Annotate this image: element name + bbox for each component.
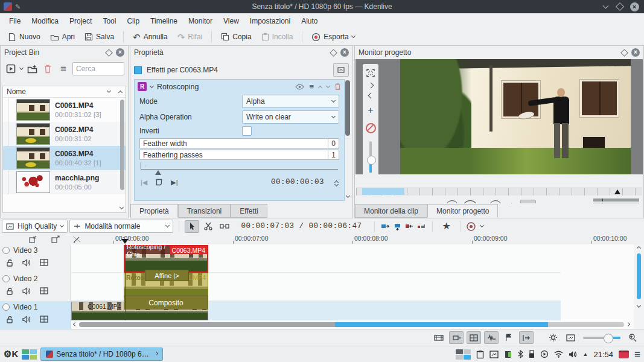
lock-track-icon[interactable] <box>6 259 14 267</box>
hide-track-icon[interactable] <box>40 259 48 266</box>
hide-track-icon[interactable] <box>40 287 48 294</box>
usb-device-icon[interactable] <box>529 350 535 358</box>
menu-tool[interactable]: Tool <box>97 14 121 28</box>
scroll-up-icon[interactable] <box>118 91 123 95</box>
scroll-down-icon[interactable] <box>120 205 124 209</box>
collapse-effect-icon[interactable] <box>150 83 154 87</box>
clip-v3-c0063[interactable]: Rotoscoping / Chia C0063.MP4 <box>124 245 208 273</box>
track-target-icon[interactable] <box>2 247 10 254</box>
hide-track-icon[interactable] <box>40 316 48 323</box>
fx-scroll-down-icon[interactable] <box>346 194 350 198</box>
mode-select[interactable]: Alpha <box>242 95 339 108</box>
tab-effetti[interactable]: Effetti <box>231 204 267 218</box>
screenshot-icon[interactable] <box>489 351 499 358</box>
record-button[interactable] <box>466 221 476 232</box>
mute-track-icon[interactable] <box>22 316 31 323</box>
activities-icon[interactable] <box>22 349 37 360</box>
zoom-in-icon[interactable] <box>626 331 640 344</box>
lift-zone-icon[interactable] <box>416 221 427 231</box>
menu-file[interactable]: File <box>4 14 26 28</box>
add-clip-button[interactable] <box>4 62 18 75</box>
bin-item-c0061[interactable]: C0061.MP4 00:00:31:02 [3] <box>3 98 126 122</box>
alpha-operation-select[interactable]: Write on clear <box>242 110 339 124</box>
bin-item-c0063[interactable]: C0063.MP4 00:00:40:32 [1] <box>3 146 126 170</box>
show-keyframes-button[interactable] <box>333 63 349 77</box>
sort-dropdown-icon[interactable] <box>107 89 111 93</box>
menu-monitor[interactable]: Monitor <box>183 14 218 28</box>
feather-width-bar[interactable]: Feather width <box>139 138 328 148</box>
tab-transizioni[interactable]: Transizioni <box>178 204 231 218</box>
tray-expander-icon[interactable]: ▲ <box>583 352 588 357</box>
feathering-passes-bar[interactable]: Feathering passes <box>139 150 328 160</box>
tab-clip-monitor[interactable]: Monitor della clip <box>355 204 427 218</box>
redo-button[interactable]: ↷ Rifai <box>173 31 207 43</box>
timecode-spinner[interactable] <box>335 179 338 186</box>
transition-affine[interactable]: Affine |> <box>145 270 189 281</box>
menu-timeline[interactable]: Timeline <box>145 14 183 28</box>
mixed-audio-video-icon[interactable] <box>432 331 446 344</box>
menu-modifica[interactable]: Modifica <box>26 14 64 28</box>
delete-clip-button[interactable] <box>41 62 54 75</box>
tab-project-monitor[interactable]: Monitor progetto <box>427 204 498 218</box>
timeline-position-timecode[interactable]: 00:00:07:03 / 00:00:06:47 <box>241 222 362 230</box>
previous-keyframe-button[interactable]: |◀ <box>141 179 147 186</box>
keyframe-position-marker[interactable] <box>155 170 161 175</box>
volume-knob[interactable] <box>367 156 376 165</box>
move-effect-down-icon[interactable] <box>326 83 330 87</box>
undo-button[interactable]: ↶ Annulla <box>129 31 172 43</box>
desktop-pager[interactable] <box>456 349 471 360</box>
razor-tool-button[interactable] <box>201 220 215 233</box>
float-panel-icon[interactable] <box>105 49 113 57</box>
favorite-effects-icon[interactable]: ★ <box>442 221 450 231</box>
bin-search-input[interactable] <box>72 62 124 75</box>
scroll-down-icon[interactable] <box>637 303 641 308</box>
no-overlay-icon[interactable] <box>366 123 376 133</box>
lock-track-icon[interactable] <box>6 316 14 323</box>
create-folder-button[interactable] <box>25 62 39 75</box>
update-notifier-icon[interactable] <box>619 351 629 358</box>
bin-item-macchia[interactable]: macchia.png 00:00:05:00 <box>3 170 126 194</box>
volume-icon[interactable] <box>569 351 578 358</box>
menu-view[interactable]: View <box>218 14 244 28</box>
scroll-up-icon[interactable] <box>637 246 641 250</box>
timeline-hscrollbar[interactable] <box>71 320 632 328</box>
float-panel-icon[interactable] <box>620 49 628 57</box>
monitor-playhead-icon[interactable] <box>614 189 620 194</box>
bin-scrollbar[interactable] <box>120 100 124 190</box>
float-panel-icon[interactable] <box>330 49 337 57</box>
extract-zone-icon[interactable] <box>404 221 415 231</box>
fx-scrollbar[interactable] <box>345 80 350 136</box>
snap-button[interactable] <box>519 331 534 344</box>
track-header-video1[interactable]: Video 1 <box>0 301 71 329</box>
show-video-thumbnails-button[interactable] <box>467 331 481 344</box>
track-header-video3[interactable]: Video 3 <box>0 244 71 273</box>
mute-track-icon[interactable] <box>22 259 31 267</box>
keyframe-ruler[interactable] <box>141 161 338 177</box>
scroll-right-icon[interactable] <box>626 322 630 326</box>
monitor-volume-slider[interactable] <box>369 141 372 173</box>
bluetooth-icon[interactable] <box>518 350 523 358</box>
add-clip-dropdown-icon[interactable] <box>19 66 24 70</box>
new-button[interactable]: Nuovo <box>4 31 45 43</box>
wifi-icon[interactable] <box>554 351 563 358</box>
transition-composite[interactable]: Composito <box>124 296 208 310</box>
invert-checkbox[interactable] <box>242 126 252 136</box>
enable-effect-eye-icon[interactable] <box>295 84 304 90</box>
preview-quality-select[interactable]: High Quality <box>2 220 68 233</box>
bin-menu-button[interactable]: ≡ <box>57 62 70 75</box>
record-options-icon[interactable] <box>480 223 484 227</box>
kde-menu-icon[interactable]: ⚙K <box>4 349 18 360</box>
next-marker-icon[interactable] <box>368 83 374 89</box>
render-dropdown-icon[interactable] <box>351 34 355 38</box>
menu-aiuto[interactable]: Aiuto <box>296 14 323 28</box>
previous-marker-icon[interactable] <box>368 93 374 99</box>
monitor-zone[interactable] <box>362 188 404 195</box>
clipboard-icon[interactable] <box>476 350 484 359</box>
zoom-slider-knob[interactable] <box>604 334 613 343</box>
insert-zone-in-timeline-icon[interactable] <box>29 235 37 243</box>
next-keyframe-button[interactable]: ▶| <box>171 179 177 186</box>
add-keyframe-button[interactable] <box>156 179 162 186</box>
show-markers-button[interactable] <box>502 331 516 344</box>
feathering-passes-control[interactable]: Feathering passes 1 <box>139 150 339 160</box>
bin-column-header[interactable]: Nome <box>3 86 126 98</box>
